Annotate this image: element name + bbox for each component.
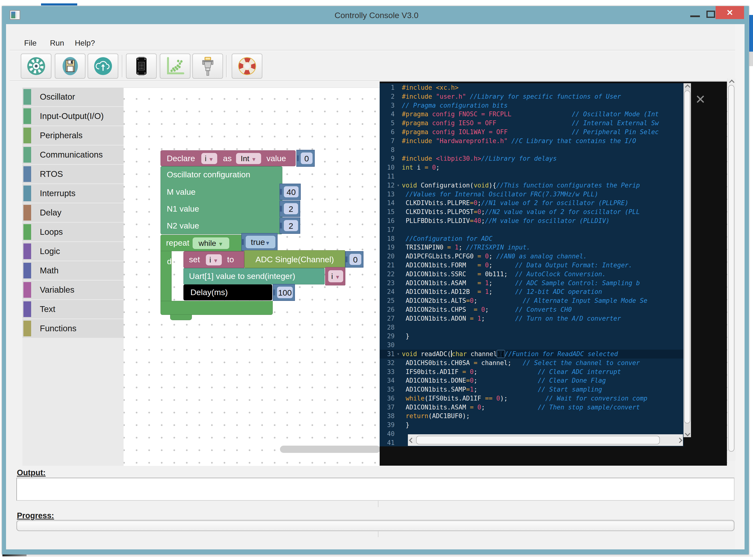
n1-value-label: N1 value [167, 204, 199, 214]
m-value-block[interactable]: 40 [279, 184, 301, 200]
fold-arrow-icon[interactable]: ▾ [395, 181, 402, 190]
delay-block[interactable]: Delay(ms) [183, 284, 272, 300]
sidebar-item-math[interactable]: Math [22, 261, 123, 280]
code-editor[interactable]: 1#include <xc.h>2#include "user.h" //Lib… [380, 83, 683, 446]
delay-label: Delay(ms) [191, 287, 228, 297]
declare-value-block[interactable]: 0 [296, 150, 315, 167]
upload-button[interactable] [87, 54, 118, 79]
canvas-hscrollbar[interactable] [280, 446, 380, 453]
menu-file[interactable]: File [24, 39, 37, 47]
code-vscrollbar[interactable] [683, 83, 691, 437]
uart-variable-block[interactable]: i▼ [325, 267, 345, 285]
code-line: 18 //Configuration for ADC [380, 234, 683, 243]
category-label: Text [40, 304, 55, 314]
code-hscroll-thumb[interactable] [416, 436, 660, 444]
type-dropdown[interactable]: Int▼ [236, 153, 261, 164]
code-line: 29 } [380, 332, 683, 341]
help-button[interactable] [232, 54, 262, 79]
code-line: 34 AD1CON1bits.DONE=0; // Clear Done Fla… [380, 376, 683, 385]
code-line: 14 CLKDIVbits.PLLPRE=0;//N1 value of 2 f… [380, 199, 683, 207]
category-label: Oscillator [40, 92, 75, 102]
window-title: Controlly Console V3.0 [309, 11, 444, 20]
sidebar-item-interrupts[interactable]: Interrupts [22, 184, 123, 203]
code-vscroll-thumb[interactable] [684, 91, 690, 423]
desktop-bottom-fragment [2, 555, 26, 556]
menu-run[interactable]: Run [50, 39, 64, 47]
code-line: 25 AD1CON2bits.ALTS=0; // Alternate Inpu… [380, 296, 683, 305]
toolbar-group-separator [226, 55, 227, 77]
minimize-button[interactable] [687, 9, 704, 20]
chevron-down-icon: ▼ [218, 241, 223, 247]
close-code-panel-icon[interactable]: ✕ [693, 92, 708, 107]
uart-send-block[interactable]: Uart[1] value to send(integer) [183, 268, 324, 284]
progress-label: Progress: [17, 511, 54, 520]
sidebar-item-rtos[interactable]: RTOS [22, 165, 123, 183]
menu-help[interactable]: Help? [75, 39, 95, 47]
chevron-down-icon: ▼ [209, 156, 214, 162]
while-dropdown[interactable]: while▼ [193, 237, 229, 249]
n1-value-block[interactable]: 2 [279, 200, 300, 217]
delay-value-block[interactable]: 100 [273, 284, 295, 301]
category-color-chip [23, 128, 31, 143]
chip-button[interactable] [126, 54, 157, 79]
canvas-vscroll-thumb[interactable] [728, 85, 734, 452]
set-variable-dropdown[interactable]: i▼ [206, 254, 222, 265]
serial-button[interactable] [192, 54, 223, 79]
code-line: 9#include <libpic30.h>//Library for dela… [380, 154, 683, 163]
n2-value-label: N2 value [167, 221, 199, 231]
sidebar-item-variables[interactable]: Variables [22, 281, 123, 299]
category-label: Functions [40, 323, 77, 333]
save-button[interactable] [55, 54, 85, 79]
sidebar-item-loops[interactable]: Loops [22, 223, 123, 241]
variable-dropdown[interactable]: i▼ [201, 153, 217, 164]
sidebar-item-functions[interactable]: Functions [22, 319, 123, 338]
scroll-down-icon[interactable] [685, 431, 691, 437]
code-line: 7#include "Hardwareprofile.h" //C Librar… [380, 137, 683, 145]
desktop-right-fragment-2 [749, 52, 753, 66]
chevron-down-icon: ▼ [335, 274, 340, 280]
code-line: 35 AD1CON1bits.SAMP=1; // Start sampling [380, 385, 683, 394]
sidebar-item-peripherals[interactable]: Peripherals [22, 126, 123, 145]
declare-variable-block[interactable]: Declare i▼ as Int▼ value [160, 150, 296, 166]
category-label: RTOS [40, 169, 63, 179]
scroll-up-icon[interactable] [685, 84, 691, 90]
uart-variable-dropdown[interactable]: i▼ [328, 270, 343, 282]
fold-arrow-icon[interactable]: ▾ [395, 349, 402, 359]
category-label: Loops [40, 227, 63, 237]
code-line: 21 AD1CON1bits.FORM = 0; // Data Output … [380, 261, 683, 270]
code-line: 10int i = 0; [380, 163, 683, 172]
separator-line [378, 531, 378, 537]
set-variable-block[interactable]: set i▼ to [183, 251, 244, 268]
sidebar-item-communications[interactable]: Communications [22, 145, 123, 164]
n2-value-block[interactable]: 2 [279, 217, 300, 234]
chevron-down-icon: ▼ [213, 258, 218, 264]
chart-button[interactable] [160, 54, 191, 79]
menu-separator [9, 50, 741, 51]
settings-button[interactable] [21, 54, 52, 79]
scroll-left-icon[interactable] [409, 438, 415, 443]
repeat-while-block[interactable]: repeat while▼ [160, 235, 244, 251]
category-color-chip [23, 185, 31, 201]
adc-channel-block[interactable]: 0 [345, 251, 363, 267]
category-color-chip [23, 108, 31, 124]
scroll-up-icon[interactable] [729, 80, 735, 85]
adc-single-block[interactable]: ADC Single(Channel) [244, 250, 345, 268]
sidebar-item-text[interactable]: Text [22, 300, 123, 319]
chart-icon [160, 54, 190, 78]
sidebar-item-oscillator[interactable]: Oscillator [22, 87, 123, 106]
sidebar-item-input-output-i-o-[interactable]: Input-Output(I/O) [22, 107, 123, 125]
code-line: 28 [380, 323, 683, 332]
close-window-button[interactable]: ✕ [716, 6, 744, 19]
code-line: 15 CLKDIVbits.PLLPOST=0;//N2 value value… [380, 207, 683, 216]
output-textarea[interactable] [16, 478, 734, 501]
oscillator-config-block[interactable]: Oscillator configuration M value N1 valu… [160, 166, 282, 234]
category-color-chip [23, 263, 31, 278]
category-color-chip [23, 243, 31, 259]
sidebar-item-delay[interactable]: Delay [22, 203, 123, 222]
code-line: 30 [380, 341, 683, 349]
sidebar-item-logic[interactable]: Logic [22, 242, 123, 261]
true-condition-block[interactable]: true▼ [241, 233, 278, 251]
scroll-right-icon[interactable] [677, 438, 682, 443]
code-line: 36 while(IFS0bits.AD1IF == 0); // Wait f… [380, 394, 683, 403]
progress-bar [16, 520, 734, 531]
